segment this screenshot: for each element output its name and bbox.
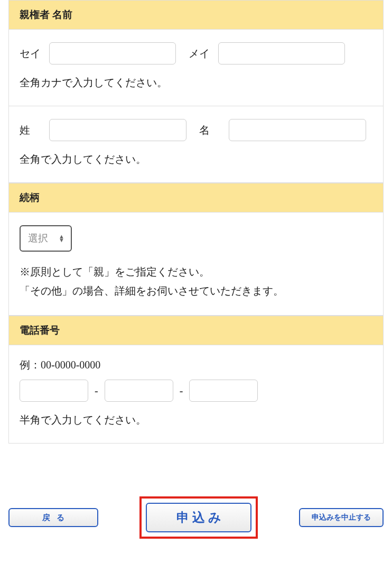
select-relationship-placeholder: 選択 bbox=[28, 232, 48, 245]
label-sei: 姓 bbox=[20, 123, 41, 137]
input-phone-3[interactable] bbox=[189, 380, 258, 402]
label-kana-sei: セイ bbox=[20, 47, 41, 61]
apply-button[interactable]: 申込み bbox=[146, 503, 251, 532]
chevron-updown-icon: ▲▼ bbox=[59, 235, 64, 242]
section-body-relationship: 選択 ▲▼ ※原則として「親」をご指定ください。 「その他」の場合、詳細をお伺い… bbox=[9, 213, 383, 316]
hint-kana: 全角カナで入力してください。 bbox=[20, 74, 372, 91]
note-relationship: ※原則として「親」をご指定ください。 「その他」の場合、詳細をお伺いさせていただ… bbox=[20, 262, 372, 300]
input-mei[interactable] bbox=[229, 119, 366, 141]
cancel-button[interactable]: 申込みを中止する bbox=[299, 508, 384, 527]
hint-name: 全角で入力してください。 bbox=[20, 151, 372, 168]
section-body-phone: 例：00-0000-0000 - - 半角で入力してください。 bbox=[9, 345, 383, 443]
input-kana-mei[interactable] bbox=[218, 42, 345, 64]
input-sei[interactable] bbox=[49, 119, 186, 141]
form-container: 親権者 名前 セイ メイ 全角カナで入力してください。 姓 名 全角で入力してく… bbox=[8, 0, 384, 444]
input-phone-1[interactable] bbox=[20, 380, 88, 402]
note-relationship-line1: ※原則として「親」をご指定ください。 bbox=[20, 262, 372, 281]
select-relationship[interactable]: 選択 ▲▼ bbox=[20, 225, 72, 252]
section-header-relationship: 続柄 bbox=[9, 183, 383, 213]
section-body-guardian-name-kanji: 姓 名 全角で入力してください。 bbox=[9, 106, 383, 183]
back-button[interactable]: 戻る bbox=[8, 508, 98, 527]
label-mei: 名 bbox=[199, 123, 220, 137]
note-relationship-line2: 「その他」の場合、詳細をお伺いさせていただきます。 bbox=[20, 281, 372, 300]
input-kana-sei[interactable] bbox=[49, 42, 176, 64]
section-body-guardian-kana: セイ メイ 全角カナで入力してください。 bbox=[9, 30, 383, 106]
button-bar: 戻る 申込み 申込みを中止する bbox=[0, 496, 392, 539]
phone-dash-2: - bbox=[180, 385, 183, 397]
phone-example: 例：00-0000-0000 bbox=[20, 358, 372, 372]
apply-highlight-box: 申込み bbox=[139, 496, 258, 539]
label-kana-mei: メイ bbox=[189, 47, 210, 61]
section-header-phone: 電話番号 bbox=[9, 316, 383, 345]
section-header-guardian-name: 親権者 名前 bbox=[9, 1, 383, 30]
phone-dash-1: - bbox=[95, 385, 98, 397]
hint-phone: 半角で入力してください。 bbox=[20, 411, 372, 428]
input-phone-2[interactable] bbox=[105, 380, 173, 402]
